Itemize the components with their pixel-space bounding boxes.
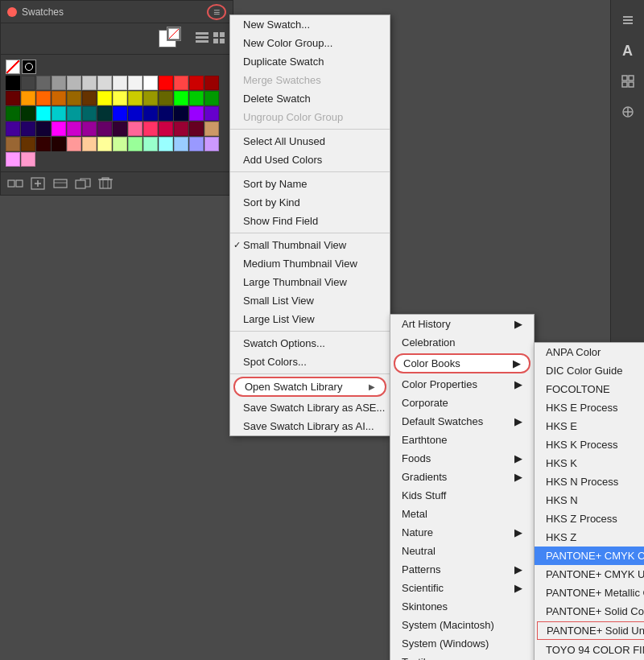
color-swatch[interactable]: [52, 91, 66, 105]
menu-item-large-list[interactable]: Large List View: [230, 310, 390, 328]
color-swatch[interactable]: [97, 106, 112, 121]
color-swatch[interactable]: [67, 106, 81, 121]
submenu1-system-win[interactable]: System (Windows): [390, 634, 534, 653]
color-swatch[interactable]: [21, 122, 35, 136]
color-swatch[interactable]: [52, 106, 66, 121]
menu-item-new-color-group[interactable]: New Color Group...: [230, 34, 390, 52]
color-swatch[interactable]: [21, 152, 35, 167]
color-swatch[interactable]: [82, 122, 97, 136]
menu-item-duplicate-swatch[interactable]: Duplicate Swatch: [230, 52, 390, 71]
color-swatch[interactable]: [128, 122, 142, 136]
color-swatch[interactable]: [128, 137, 142, 151]
delete-swatch-icon[interactable]: [96, 175, 115, 192]
color-swatch[interactable]: [113, 76, 127, 90]
color-swatch[interactable]: [128, 91, 142, 105]
color-swatch[interactable]: [113, 137, 127, 151]
submenu1-kids-stuff[interactable]: Kids Stuff: [390, 486, 534, 505]
color-swatch[interactable]: [67, 122, 81, 136]
submenu1-skintones[interactable]: Skintones: [390, 597, 534, 616]
submenu1-metal[interactable]: Metal: [390, 505, 534, 523]
color-swatch[interactable]: [128, 106, 142, 121]
menu-item-small-list[interactable]: Small List View: [230, 291, 390, 310]
color-swatch[interactable]: [36, 122, 51, 136]
menu-item-save-ase[interactable]: Save Swatch Library as ASE...: [230, 398, 390, 417]
color-swatch[interactable]: [159, 122, 173, 136]
menu-item-spot-colors[interactable]: Spot Colors...: [230, 353, 390, 371]
color-swatch[interactable]: [174, 137, 188, 151]
submenu2-hks-k-process[interactable]: HKS K Process: [535, 435, 644, 454]
color-swatch[interactable]: [113, 106, 127, 121]
submenu1-scientific[interactable]: Scientific▶: [390, 579, 534, 597]
swatch-options-icon[interactable]: [51, 175, 70, 192]
color-swatch[interactable]: [174, 122, 188, 136]
submenu2-pantone-metallic[interactable]: PANTONE+ Metallic Coated: [535, 584, 644, 602]
submenu2-focoltone[interactable]: FOCOLTONE: [535, 380, 644, 398]
color-swatch[interactable]: [113, 122, 127, 136]
open-library-bottom-icon[interactable]: [73, 175, 93, 192]
color-swatch[interactable]: [52, 137, 66, 151]
color-swatch[interactable]: [189, 91, 204, 105]
color-swatch[interactable]: [174, 91, 188, 105]
right-panel-icon-4[interactable]: [614, 98, 642, 126]
submenu2-hks-z-process[interactable]: HKS Z Process: [535, 509, 644, 528]
submenu2-pantone-cmyk-coated[interactable]: PANTONE+ CMYK Coated: [535, 547, 644, 565]
color-swatch[interactable]: [159, 106, 173, 121]
submenu1-color-properties[interactable]: Color Properties▶: [390, 375, 534, 394]
color-swatch[interactable]: [128, 76, 142, 90]
menu-item-open-swatch-library[interactable]: Open Swatch Library ▶: [233, 377, 386, 397]
color-swatch[interactable]: [189, 106, 204, 121]
color-swatch[interactable]: [21, 106, 35, 121]
color-swatch[interactable]: [36, 106, 51, 121]
color-swatch[interactable]: [174, 76, 188, 90]
color-swatch[interactable]: [82, 106, 97, 121]
color-swatch[interactable]: [67, 76, 81, 90]
submenu1-foods[interactable]: Foods▶: [390, 449, 534, 468]
submenu2-pantone-cmyk-uncoated[interactable]: PANTONE+ CMYK Uncoated: [535, 565, 644, 584]
color-swatch[interactable]: [82, 137, 97, 151]
registration-swatch[interactable]: [22, 60, 36, 74]
menu-item-medium-thumbnail[interactable]: Medium Thumbnail View: [230, 254, 390, 273]
color-swatch[interactable]: [159, 76, 173, 90]
menu-item-show-find-field[interactable]: Show Find Field: [230, 212, 390, 230]
right-panel-icon-3[interactable]: [614, 68, 642, 95]
menu-item-select-all-unused[interactable]: Select All Unused: [230, 132, 390, 151]
color-swatch[interactable]: [143, 137, 158, 151]
color-swatch[interactable]: [6, 91, 20, 105]
color-swatch[interactable]: [159, 91, 173, 105]
submenu1-art-history[interactable]: Art History▶: [390, 315, 534, 333]
menu-item-add-used-colors[interactable]: Add Used Colors: [230, 151, 390, 169]
submenu1-patterns[interactable]: Patterns▶: [390, 560, 534, 579]
menu-item-sort-by-name[interactable]: Sort by Name: [230, 175, 390, 193]
new-color-group-icon[interactable]: [6, 175, 25, 192]
submenu1-default-swatches[interactable]: Default Swatches▶: [390, 412, 534, 431]
menu-item-sort-by-kind[interactable]: Sort by Kind: [230, 193, 390, 212]
grid-view-icon[interactable]: [213, 32, 226, 46]
color-swatch[interactable]: [67, 137, 81, 151]
submenu1-textiles[interactable]: Textiles: [390, 653, 534, 660]
submenu1-color-books[interactable]: Color Books▶: [394, 353, 530, 373]
none-swatch[interactable]: [6, 60, 20, 74]
color-swatch[interactable]: [6, 152, 20, 167]
panel-menu-button[interactable]: ≡: [207, 4, 226, 20]
color-swatch[interactable]: [6, 76, 20, 90]
menu-item-swatch-options[interactable]: Swatch Options...: [230, 334, 390, 353]
submenu1-corporate[interactable]: Corporate: [390, 394, 534, 412]
color-swatch[interactable]: [143, 122, 158, 136]
color-swatch[interactable]: [143, 91, 158, 105]
submenu1-gradients[interactable]: Gradients▶: [390, 468, 534, 486]
submenu2-hks-n[interactable]: HKS N: [535, 491, 644, 509]
color-swatch[interactable]: [36, 76, 51, 90]
color-swatch[interactable]: [6, 137, 20, 151]
color-swatch[interactable]: [189, 76, 204, 90]
submenu2-hks-z[interactable]: HKS Z: [535, 528, 644, 547]
menu-item-save-ai[interactable]: Save Swatch Library as AI...: [230, 417, 390, 435]
submenu2-hks-n-process[interactable]: HKS N Process: [535, 472, 644, 491]
menu-item-new-swatch[interactable]: New Swatch...: [230, 15, 390, 34]
submenu1-nature[interactable]: Nature▶: [390, 523, 534, 542]
color-swatch[interactable]: [97, 137, 112, 151]
color-swatch[interactable]: [21, 91, 35, 105]
list-view-icon[interactable]: [196, 32, 208, 46]
submenu2-pantone-solid-uncoated[interactable]: PANTONE+ Solid Uncoated: [537, 621, 644, 640]
color-swatch[interactable]: [82, 76, 97, 90]
color-swatch[interactable]: [52, 122, 66, 136]
